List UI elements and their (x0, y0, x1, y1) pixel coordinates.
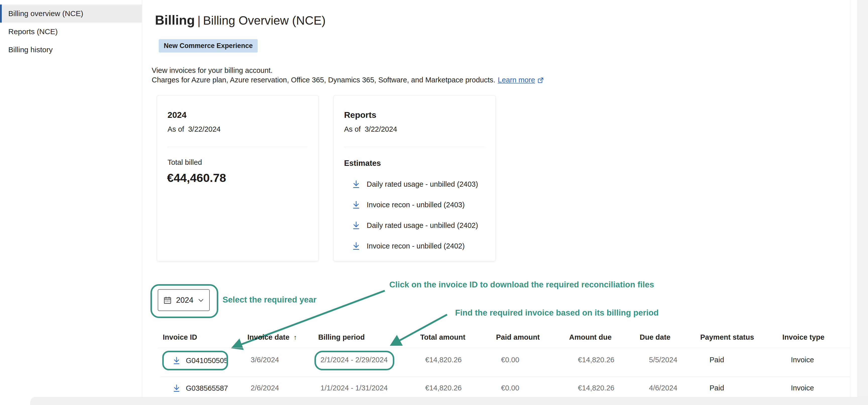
nce-badge: New Commerce Experience (159, 39, 258, 53)
annotation-find-invoice: Find the required invoice based on its b… (455, 308, 658, 318)
total-billed-amount: €44,460.78 (167, 171, 226, 185)
estimate-link-label: Daily rated usage - unbilled (2403) (367, 180, 478, 188)
invoice-date-cell: 2/6/2024 (251, 384, 279, 392)
table-header-divider (158, 348, 850, 348)
content-right-divider (850, 0, 850, 397)
column-header-due-date[interactable]: Due date (640, 333, 670, 341)
annotation-click-invoice-id: Click on the invoice ID to download the … (389, 280, 654, 289)
invoice-id-download-link[interactable]: G041050505 (163, 351, 228, 370)
sort-ascending-icon: ↑ (293, 334, 297, 341)
download-icon (172, 356, 181, 365)
column-header-billing-period[interactable]: Billing period (318, 333, 365, 341)
invoice-type-cell: Invoice (791, 384, 814, 392)
invoice-date-cell: 3/6/2024 (251, 356, 279, 364)
description-line-1: View invoices for your billing account. (152, 66, 273, 74)
page-title-separator: | (195, 14, 203, 27)
invoice-type-cell: Invoice (791, 356, 814, 364)
page-title-secondary: Billing Overview (NCE) (203, 14, 326, 27)
billing-overview-page: Billing overview (NCE) Reports (NCE) Bil… (0, 0, 868, 405)
column-header-total-amount[interactable]: Total amount (420, 333, 465, 341)
sidebar-item-billing-overview-nce[interactable]: Billing overview (NCE) (0, 4, 142, 23)
page-title: Billing|Billing Overview (NCE) (155, 12, 326, 29)
download-icon (352, 242, 361, 250)
calendar-icon (163, 296, 172, 305)
amount-due-cell: €14,820.26 (578, 384, 614, 392)
chevron-down-icon (197, 297, 205, 304)
reports-as-of-date: As of 3/22/2024 (344, 125, 397, 133)
sidebar-item-label: Reports (NCE) (0, 27, 58, 36)
sidebar: Billing overview (NCE) Reports (NCE) Bil… (0, 0, 142, 397)
estimates-heading: Estimates (344, 159, 381, 168)
column-header-paid-amount[interactable]: Paid amount (496, 333, 540, 341)
download-icon (352, 180, 361, 189)
reports-card: Reports As of 3/22/2024 Estimates Daily … (333, 95, 496, 261)
column-header-invoice-date[interactable]: Invoice date↑ (247, 333, 297, 341)
estimate-download-link[interactable]: Daily rated usage - unbilled (2402) (352, 220, 478, 231)
card-as-of-date: As of 3/22/2024 (167, 125, 220, 133)
payment-status-cell: Paid (710, 384, 724, 392)
card-divider (344, 147, 485, 147)
download-icon (352, 200, 361, 209)
paid-amount-cell: €0.00 (501, 384, 519, 392)
total-billed-label: Total billed (167, 158, 202, 166)
description-line-2-text: Charges for Azure plan, Azure reservatio… (152, 76, 495, 84)
sidebar-item-label: Billing overview (NCE) (0, 9, 83, 18)
total-amount-cell: €14,820.26 (425, 356, 462, 364)
paid-amount-cell: €0.00 (501, 356, 519, 364)
amount-due-cell: €14,820.26 (578, 356, 614, 364)
billing-period-cell: 1/1/2024 - 1/31/2024 (320, 384, 388, 392)
billing-period-cell: 2/1/2024 - 2/29/2024 (320, 356, 388, 364)
estimate-download-link[interactable]: Daily rated usage - unbilled (2403) (352, 179, 478, 190)
page-title-primary: Billing (155, 13, 195, 27)
sidebar-item-billing-history[interactable]: Billing history (0, 41, 142, 59)
sidebar-item-reports-nce[interactable]: Reports (NCE) (0, 23, 142, 41)
estimate-download-link[interactable]: Invoice recon - unbilled (2403) (352, 199, 465, 210)
column-header-invoice-id[interactable]: Invoice ID (163, 333, 197, 341)
external-link-icon (537, 76, 545, 84)
card-divider (167, 147, 307, 147)
column-header-payment-status[interactable]: Payment status (700, 333, 754, 341)
estimate-link-label: Invoice recon - unbilled (2403) (367, 201, 465, 209)
total-amount-cell: €14,820.26 (425, 384, 462, 392)
column-header-invoice-type[interactable]: Invoice type (782, 333, 825, 341)
table-row-divider (160, 376, 850, 377)
invoice-id-value: G038565587 (186, 384, 228, 393)
year-select-value: 2024 (176, 296, 193, 305)
vertical-scrollbar[interactable] (858, 0, 868, 405)
bottom-edge-strip (30, 397, 868, 405)
description-line-2: Charges for Azure plan, Azure reservatio… (152, 76, 545, 84)
download-icon (352, 221, 361, 230)
due-date-cell: 5/5/2024 (649, 356, 677, 364)
invoice-id-download-link[interactable]: G038565587 (163, 379, 228, 398)
year-select-dropdown[interactable]: 2024 (158, 289, 210, 311)
sidebar-item-label: Billing history (0, 45, 53, 54)
reports-card-title: Reports (344, 110, 376, 120)
column-header-label: Invoice date (247, 333, 289, 341)
invoice-id-value: G041050505 (186, 356, 228, 365)
annotation-select-year: Select the required year (222, 295, 316, 305)
estimate-link-label: Daily rated usage - unbilled (2402) (367, 221, 478, 230)
estimate-link-label: Invoice recon - unbilled (2402) (367, 242, 465, 250)
learn-more-link[interactable]: Learn more (498, 76, 535, 84)
due-date-cell: 4/6/2024 (649, 384, 677, 392)
card-year-title: 2024 (167, 110, 187, 120)
estimate-download-link[interactable]: Invoice recon - unbilled (2402) (352, 241, 465, 251)
column-header-amount-due[interactable]: Amount due (569, 333, 612, 341)
total-billed-card: 2024 As of 3/22/2024 Total billed €44,46… (157, 95, 319, 261)
payment-status-cell: Paid (710, 356, 724, 364)
download-icon (172, 384, 181, 393)
